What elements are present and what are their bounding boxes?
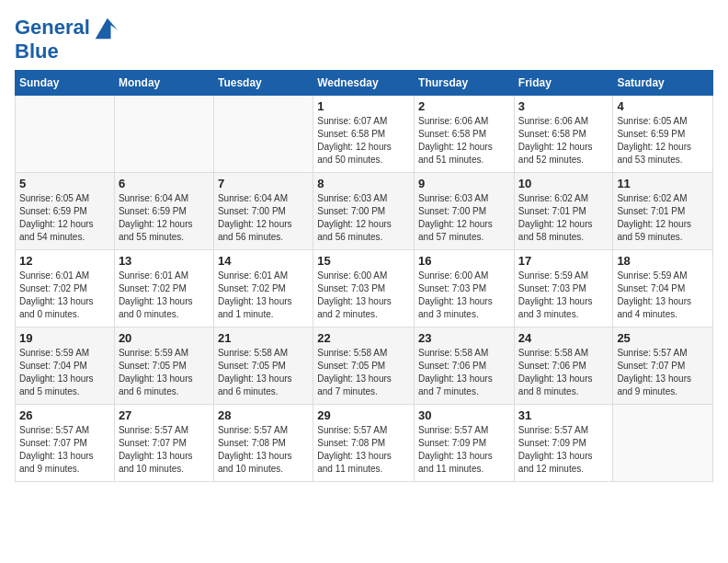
day-info: Sunrise: 6:03 AMSunset: 7:00 PMDaylight:… bbox=[317, 192, 410, 244]
day-number: 21 bbox=[218, 331, 309, 345]
day-info: Sunrise: 6:04 AMSunset: 7:00 PMDaylight:… bbox=[218, 192, 309, 244]
day-info: Sunrise: 6:03 AMSunset: 7:00 PMDaylight:… bbox=[418, 192, 510, 244]
day-number: 14 bbox=[218, 254, 309, 268]
day-number: 20 bbox=[119, 331, 210, 345]
calendar-cell: 23Sunrise: 5:58 AMSunset: 7:06 PMDayligh… bbox=[415, 327, 515, 405]
day-number: 4 bbox=[617, 99, 709, 113]
calendar-body: 1Sunrise: 6:07 AMSunset: 6:58 PMDaylight… bbox=[16, 96, 713, 482]
day-info: Sunrise: 6:01 AMSunset: 7:02 PMDaylight:… bbox=[218, 270, 309, 321]
calendar-cell: 28Sunrise: 5:57 AMSunset: 7:08 PMDayligh… bbox=[213, 405, 313, 482]
calendar-cell: 21Sunrise: 5:58 AMSunset: 7:05 PMDayligh… bbox=[213, 327, 313, 405]
day-number: 6 bbox=[119, 177, 210, 190]
weekday-header-row: SundayMondayTuesdayWednesdayThursdayFrid… bbox=[16, 71, 713, 96]
day-number: 30 bbox=[418, 408, 510, 422]
calendar-header: SundayMondayTuesdayWednesdayThursdayFrid… bbox=[16, 71, 713, 96]
day-info: Sunrise: 5:59 AMSunset: 7:03 PMDaylight:… bbox=[518, 270, 609, 321]
day-info: Sunrise: 6:05 AMSunset: 6:59 PMDaylight:… bbox=[617, 115, 709, 167]
weekday-header-saturday: Saturday bbox=[613, 71, 713, 96]
calendar-table: SundayMondayTuesdayWednesdayThursdayFrid… bbox=[15, 70, 713, 482]
day-number: 17 bbox=[518, 254, 609, 268]
calendar-cell: 12Sunrise: 6:01 AMSunset: 7:02 PMDayligh… bbox=[16, 250, 115, 327]
calendar-cell: 17Sunrise: 5:59 AMSunset: 7:03 PMDayligh… bbox=[514, 250, 613, 327]
day-number: 7 bbox=[218, 177, 309, 190]
day-info: Sunrise: 5:57 AMSunset: 7:08 PMDaylight:… bbox=[218, 424, 309, 476]
calendar-cell bbox=[213, 96, 313, 173]
day-info: Sunrise: 5:58 AMSunset: 7:05 PMDaylight:… bbox=[317, 347, 410, 398]
day-info: Sunrise: 6:00 AMSunset: 7:03 PMDaylight:… bbox=[418, 270, 510, 321]
day-number: 1 bbox=[317, 99, 410, 113]
calendar-cell: 22Sunrise: 5:58 AMSunset: 7:05 PMDayligh… bbox=[313, 327, 415, 405]
calendar-cell: 5Sunrise: 6:05 AMSunset: 6:59 PMDaylight… bbox=[16, 173, 115, 250]
calendar-cell: 26Sunrise: 5:57 AMSunset: 7:07 PMDayligh… bbox=[16, 405, 115, 482]
day-info: Sunrise: 6:00 AMSunset: 7:03 PMDaylight:… bbox=[317, 270, 410, 321]
day-info: Sunrise: 5:58 AMSunset: 7:05 PMDaylight:… bbox=[218, 347, 309, 398]
day-info: Sunrise: 5:58 AMSunset: 7:06 PMDaylight:… bbox=[518, 347, 609, 398]
day-info: Sunrise: 6:06 AMSunset: 6:58 PMDaylight:… bbox=[518, 115, 609, 167]
day-info: Sunrise: 5:59 AMSunset: 7:05 PMDaylight:… bbox=[119, 347, 210, 398]
day-info: Sunrise: 5:57 AMSunset: 7:07 PMDaylight:… bbox=[617, 347, 709, 398]
day-info: Sunrise: 6:01 AMSunset: 7:02 PMDaylight:… bbox=[119, 270, 210, 321]
svg-marker-0 bbox=[96, 18, 118, 39]
calendar-week-row: 19Sunrise: 5:59 AMSunset: 7:04 PMDayligh… bbox=[16, 327, 713, 405]
weekday-header-wednesday: Wednesday bbox=[313, 71, 415, 96]
day-number: 12 bbox=[19, 254, 110, 268]
day-info: Sunrise: 6:02 AMSunset: 7:01 PMDaylight:… bbox=[617, 192, 709, 244]
day-info: Sunrise: 6:06 AMSunset: 6:58 PMDaylight:… bbox=[418, 115, 510, 167]
day-info: Sunrise: 6:07 AMSunset: 6:58 PMDaylight:… bbox=[317, 115, 410, 167]
calendar-cell: 20Sunrise: 5:59 AMSunset: 7:05 PMDayligh… bbox=[114, 327, 213, 405]
day-number: 18 bbox=[617, 254, 709, 268]
calendar-cell: 9Sunrise: 6:03 AMSunset: 7:00 PMDaylight… bbox=[415, 173, 515, 250]
calendar-cell: 31Sunrise: 5:57 AMSunset: 7:09 PMDayligh… bbox=[514, 405, 613, 482]
day-info: Sunrise: 6:02 AMSunset: 7:01 PMDaylight:… bbox=[518, 192, 609, 244]
logo-text-blue: Blue bbox=[15, 40, 118, 63]
day-number: 19 bbox=[19, 331, 110, 345]
day-number: 25 bbox=[617, 331, 709, 345]
calendar-cell: 10Sunrise: 6:02 AMSunset: 7:01 PMDayligh… bbox=[514, 173, 613, 250]
day-number: 11 bbox=[617, 177, 709, 190]
calendar-cell: 27Sunrise: 5:57 AMSunset: 7:07 PMDayligh… bbox=[114, 405, 213, 482]
logo-icon bbox=[92, 15, 118, 40]
calendar-cell bbox=[16, 96, 115, 173]
weekday-header-thursday: Thursday bbox=[415, 71, 515, 96]
calendar-week-row: 12Sunrise: 6:01 AMSunset: 7:02 PMDayligh… bbox=[16, 250, 713, 327]
day-number: 24 bbox=[518, 331, 609, 345]
day-info: Sunrise: 5:58 AMSunset: 7:06 PMDaylight:… bbox=[418, 347, 510, 398]
calendar-cell: 14Sunrise: 6:01 AMSunset: 7:02 PMDayligh… bbox=[213, 250, 313, 327]
calendar-cell: 11Sunrise: 6:02 AMSunset: 7:01 PMDayligh… bbox=[613, 173, 713, 250]
page-header: General Blue bbox=[15, 15, 713, 63]
day-number: 13 bbox=[119, 254, 210, 268]
day-info: Sunrise: 5:57 AMSunset: 7:07 PMDaylight:… bbox=[119, 424, 210, 476]
day-number: 3 bbox=[518, 99, 609, 113]
logo: General Blue bbox=[15, 15, 118, 63]
day-number: 8 bbox=[317, 177, 410, 190]
calendar-week-row: 1Sunrise: 6:07 AMSunset: 6:58 PMDaylight… bbox=[16, 96, 713, 173]
calendar-cell: 3Sunrise: 6:06 AMSunset: 6:58 PMDaylight… bbox=[514, 96, 613, 173]
weekday-header-monday: Monday bbox=[114, 71, 213, 96]
day-number: 26 bbox=[19, 408, 110, 422]
calendar-cell: 16Sunrise: 6:00 AMSunset: 7:03 PMDayligh… bbox=[415, 250, 515, 327]
calendar-cell: 7Sunrise: 6:04 AMSunset: 7:00 PMDaylight… bbox=[213, 173, 313, 250]
calendar-cell: 19Sunrise: 5:59 AMSunset: 7:04 PMDayligh… bbox=[16, 327, 115, 405]
weekday-header-tuesday: Tuesday bbox=[213, 71, 313, 96]
weekday-header-friday: Friday bbox=[514, 71, 613, 96]
calendar-week-row: 26Sunrise: 5:57 AMSunset: 7:07 PMDayligh… bbox=[16, 405, 713, 482]
day-info: Sunrise: 5:59 AMSunset: 7:04 PMDaylight:… bbox=[19, 347, 110, 398]
day-number: 29 bbox=[317, 408, 410, 422]
calendar-cell: 24Sunrise: 5:58 AMSunset: 7:06 PMDayligh… bbox=[514, 327, 613, 405]
day-number: 23 bbox=[418, 331, 510, 345]
calendar-cell bbox=[114, 96, 213, 173]
day-number: 31 bbox=[518, 408, 609, 422]
day-info: Sunrise: 6:01 AMSunset: 7:02 PMDaylight:… bbox=[19, 270, 110, 321]
day-info: Sunrise: 6:05 AMSunset: 6:59 PMDaylight:… bbox=[19, 192, 110, 244]
calendar-cell: 15Sunrise: 6:00 AMSunset: 7:03 PMDayligh… bbox=[313, 250, 415, 327]
day-number: 10 bbox=[518, 177, 609, 190]
day-info: Sunrise: 6:04 AMSunset: 6:59 PMDaylight:… bbox=[119, 192, 210, 244]
day-number: 22 bbox=[317, 331, 410, 345]
day-info: Sunrise: 5:57 AMSunset: 7:09 PMDaylight:… bbox=[518, 424, 609, 476]
calendar-cell: 2Sunrise: 6:06 AMSunset: 6:58 PMDaylight… bbox=[415, 96, 515, 173]
calendar-week-row: 5Sunrise: 6:05 AMSunset: 6:59 PMDaylight… bbox=[16, 173, 713, 250]
calendar-cell: 1Sunrise: 6:07 AMSunset: 6:58 PMDaylight… bbox=[313, 96, 415, 173]
calendar-cell: 18Sunrise: 5:59 AMSunset: 7:04 PMDayligh… bbox=[613, 250, 713, 327]
day-number: 28 bbox=[218, 408, 309, 422]
calendar-cell: 4Sunrise: 6:05 AMSunset: 6:59 PMDaylight… bbox=[613, 96, 713, 173]
